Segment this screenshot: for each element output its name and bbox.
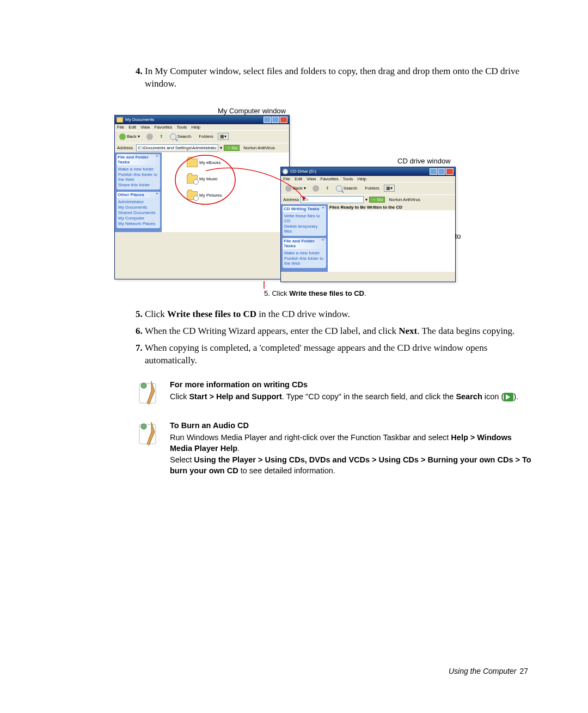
address-input[interactable] xyxy=(136,144,218,151)
place-mycomputer[interactable]: My Computer xyxy=(118,216,158,221)
maximize-button[interactable] xyxy=(272,117,279,123)
close-button[interactable] xyxy=(446,168,454,175)
task-publish[interactable]: Publish this folder to the Web xyxy=(284,256,324,266)
norton-label: Norton AntiVirus xyxy=(243,145,275,150)
note-text-2: Select Using the Player > Using CDs, DVD… xyxy=(170,454,534,477)
forward-icon xyxy=(313,185,319,192)
note-text: Click Start > Help and Support. Type "CD… xyxy=(170,391,534,402)
back-button[interactable]: Back ▾ xyxy=(283,184,308,193)
folder-icon xyxy=(187,159,198,167)
svg-point-5 xyxy=(141,424,146,429)
folder-item[interactable]: My Pictures xyxy=(187,191,222,200)
up-button[interactable]: ⬆ xyxy=(323,185,332,192)
collapse-icon[interactable]: ⌃ xyxy=(155,192,159,197)
menu-view[interactable]: View xyxy=(140,125,150,130)
place-network[interactable]: My Network Places xyxy=(118,221,158,226)
place-admin[interactable]: Administrator xyxy=(118,199,158,204)
forward-button[interactable] xyxy=(144,132,155,141)
menu-bar: File Edit View Favorites Tools Help xyxy=(115,124,289,130)
note-heading: For more information on writing CDs xyxy=(170,379,534,390)
folders-button[interactable]: Folders xyxy=(195,133,216,140)
titlebar[interactable]: CD Drive (D:) xyxy=(281,167,455,176)
menu-file[interactable]: File xyxy=(283,176,290,181)
back-icon xyxy=(119,133,126,140)
task-new-folder[interactable]: Make a new folder xyxy=(284,251,324,255)
note-more-info: For more information on writing CDs Clic… xyxy=(136,379,534,408)
norton-label: Norton AntiVirus xyxy=(389,197,420,202)
folder-icon xyxy=(117,117,123,123)
step-4: In My Computer window, select files and … xyxy=(145,65,534,90)
menu-tools[interactable]: Tools xyxy=(177,125,187,130)
views-button[interactable]: ▦▾ xyxy=(384,185,395,192)
note-audio-cd: To Burn an Audio CD Run Windows Media Pl… xyxy=(136,420,534,476)
menu-file[interactable]: File xyxy=(117,125,124,130)
file-folder-tasks-panel: File and Folder Tasks⌃ Make a new folder… xyxy=(283,238,326,268)
task-publish[interactable]: Publish this folder to the Web xyxy=(118,172,158,182)
folder-icon xyxy=(187,175,198,184)
note-icon xyxy=(136,420,160,476)
back-button[interactable]: Back ▾ xyxy=(117,132,142,141)
address-input[interactable] xyxy=(301,196,364,203)
up-icon: ⬆ xyxy=(160,134,163,139)
task-share[interactable]: Share this folder xyxy=(118,182,158,187)
figure: My Computer window CD drive window 4. Dr… xyxy=(114,107,534,303)
collapse-icon[interactable]: ⌃ xyxy=(321,239,325,248)
caption-cd-drive: CD drive window xyxy=(397,157,451,165)
titlebar[interactable]: My Documents xyxy=(115,115,289,124)
step-5: Click Write these files to CD in the CD … xyxy=(145,308,534,321)
close-button[interactable] xyxy=(280,117,287,123)
file-area[interactable]: Files Ready to Be Written to the CD xyxy=(328,204,455,272)
caption-click-write: 5. Click Write these files to CD. xyxy=(264,289,366,297)
menu-help[interactable]: Help xyxy=(192,125,200,130)
task-new-folder[interactable]: Make a new folder xyxy=(118,167,158,172)
folder-item[interactable]: My eBooks xyxy=(187,159,221,167)
menu-favorites[interactable]: Favorites xyxy=(155,125,173,130)
page-number: 27 xyxy=(519,667,528,675)
menu-view[interactable]: View xyxy=(307,176,316,181)
task-write-files[interactable]: Write these files to CD xyxy=(284,214,324,223)
note-icon xyxy=(136,379,160,408)
minimize-button[interactable] xyxy=(430,168,437,175)
menu-favorites[interactable]: Favorites xyxy=(321,176,339,181)
step-7: When copying is completed, a 'completed'… xyxy=(145,342,534,367)
menu-help[interactable]: Help xyxy=(358,176,366,181)
up-button[interactable]: ⬆ xyxy=(157,133,166,140)
search-icon xyxy=(170,133,176,140)
window-buttons xyxy=(264,117,287,123)
address-dropdown[interactable]: ▾ xyxy=(220,145,222,150)
task-pane: CD Writing Tasks⌃ Write these files to C… xyxy=(281,204,328,272)
other-places-panel: Other Places⌃ Administrator My Documents… xyxy=(117,192,160,228)
minimize-button[interactable] xyxy=(264,117,271,123)
collapse-icon[interactable]: ⌃ xyxy=(321,206,325,211)
maximize-button[interactable] xyxy=(438,168,445,175)
folders-button[interactable]: Folders xyxy=(362,185,382,192)
go-button[interactable]: → Go xyxy=(369,197,385,203)
file-folder-tasks-panel: File and Folder Tasks⌃ Make a new folder… xyxy=(117,154,160,190)
window-buttons xyxy=(430,168,454,175)
search-button[interactable]: Search xyxy=(334,184,359,193)
svg-point-3 xyxy=(141,383,146,388)
files-ready-label: Files Ready to Be Written to the CD xyxy=(328,204,455,210)
toolbar: Back ▾ ⬆ Search Folders ▦▾ xyxy=(115,130,289,143)
place-mydocs[interactable]: My Documents xyxy=(118,205,158,210)
footer-section: Using the Computer xyxy=(449,667,517,675)
place-shared[interactable]: Shared Documents xyxy=(118,210,158,215)
step-6: When the CD Writing Wizard appears, ente… xyxy=(145,325,534,338)
collapse-icon[interactable]: ⌃ xyxy=(155,155,159,164)
go-button[interactable]: → Go xyxy=(224,145,240,151)
task-delete-temp[interactable]: Delete temporary files xyxy=(284,224,324,234)
views-button[interactable]: ▦▾ xyxy=(218,133,229,140)
address-dropdown[interactable]: ▾ xyxy=(365,197,367,202)
note-heading: To Burn an Audio CD xyxy=(170,420,534,431)
menu-edit[interactable]: Edit xyxy=(295,176,302,181)
folder-item[interactable]: My Music xyxy=(187,175,218,184)
file-area[interactable]: My eBooks My Music My Pictures xyxy=(162,153,289,232)
up-icon: ⬆ xyxy=(326,186,329,191)
menu-tools[interactable]: Tools xyxy=(343,176,353,181)
menu-edit[interactable]: Edit xyxy=(128,125,136,130)
step-text: In My Computer window, select files and … xyxy=(145,66,519,89)
search-icon xyxy=(336,185,342,192)
search-button[interactable]: Search xyxy=(168,132,193,141)
cd-drive-window: CD Drive (D:) File Edit View Favorites T… xyxy=(280,167,456,282)
forward-button[interactable] xyxy=(310,184,321,193)
